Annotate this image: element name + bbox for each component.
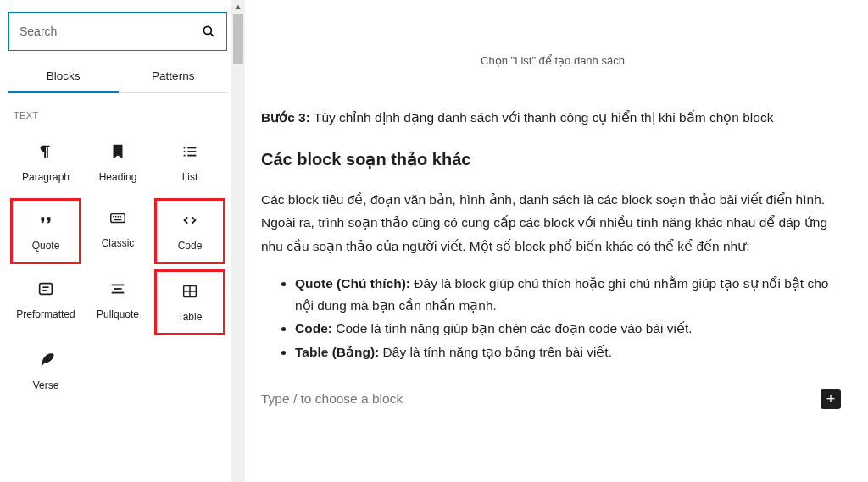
block-grid: Paragraph Heading List Quote Classic	[8, 132, 228, 402]
block-list[interactable]: List	[154, 132, 225, 193]
block-label: Quote	[32, 240, 60, 252]
step-3-paragraph[interactable]: Bước 3: Tùy chỉnh định dạng danh sách vớ…	[261, 108, 844, 127]
list-item-label: Code:	[295, 321, 332, 335]
block-classic[interactable]: Classic	[82, 198, 153, 264]
code-icon	[181, 209, 199, 231]
block-preformatted[interactable]: Preformatted	[10, 269, 81, 335]
block-label: Paragraph	[22, 171, 70, 183]
block-heading[interactable]: Heading	[82, 132, 153, 193]
block-pullquote[interactable]: Pullquote	[82, 269, 153, 335]
block-paragraph[interactable]: Paragraph	[10, 132, 81, 193]
block-code[interactable]: Code	[154, 198, 225, 264]
list-item-label: Table (Bảng):	[295, 345, 379, 359]
editor-content: Chọn "List" để tạo danh sách Bước 3: Tùy…	[237, 0, 868, 482]
svg-line-1	[210, 33, 214, 36]
quote-icon	[36, 209, 55, 231]
block-inserter-panel: Blocks Patterns TEXT Paragraph Heading L…	[0, 0, 237, 482]
search-icon	[201, 24, 216, 39]
table-icon	[181, 280, 199, 302]
list-item[interactable]: Code: Code là tính năng giúp bạn chèn cá…	[295, 318, 844, 340]
new-block-placeholder[interactable]: Type / to choose a block +	[261, 389, 844, 409]
block-label: Table	[178, 311, 203, 323]
block-label: Pullquote	[97, 308, 139, 320]
list-item-text: Code là tính năng giúp bạn chèn các đoạn…	[332, 321, 693, 335]
block-label: Heading	[99, 171, 137, 183]
step-label: Bước 3:	[261, 110, 310, 125]
block-verse[interactable]: Verse	[10, 341, 81, 402]
list-item[interactable]: Quote (Chú thích): Đây là block giúp chú…	[295, 273, 844, 318]
list-icon	[181, 141, 199, 163]
section-label-text: TEXT	[8, 107, 228, 132]
feather-icon	[36, 349, 55, 371]
inserter-tabs: Blocks Patterns	[8, 61, 228, 93]
svg-rect-14	[40, 284, 53, 295]
block-label: Preformatted	[16, 308, 75, 320]
add-block-button[interactable]: +	[821, 389, 841, 409]
keyboard-icon	[108, 207, 127, 229]
block-description-list[interactable]: Quote (Chú thích): Đây là block giúp chú…	[261, 273, 844, 363]
list-item-label: Quote (Chú thích):	[295, 276, 410, 291]
search-field-wrapper[interactable]	[8, 12, 227, 51]
intro-paragraph[interactable]: Các block tiêu đề, đoạn văn bản, hình ản…	[261, 188, 844, 257]
block-quote[interactable]: Quote	[10, 198, 81, 264]
preformatted-icon	[36, 278, 55, 300]
list-item[interactable]: Table (Bảng): Đây là tính năng tạo bảng …	[295, 341, 844, 363]
block-label: List	[182, 171, 198, 183]
placeholder-text: Type / to choose a block	[261, 391, 403, 407]
svg-rect-8	[111, 213, 125, 222]
bookmark-icon	[108, 141, 127, 163]
svg-point-0	[203, 26, 211, 34]
image-caption[interactable]: Chọn "List" để tạo danh sách	[261, 54, 844, 67]
block-label: Verse	[33, 380, 59, 391]
list-item-text: Đây là tính năng tạo bảng trên bài viết.	[379, 345, 612, 359]
plus-icon: +	[826, 391, 836, 407]
tab-patterns[interactable]: Patterns	[119, 61, 229, 92]
block-table[interactable]: Table	[154, 269, 225, 335]
tab-blocks[interactable]: Blocks	[8, 61, 119, 92]
pullquote-icon	[108, 278, 127, 300]
block-label: Classic	[102, 237, 135, 249]
heading-other-blocks[interactable]: Các block soạn thảo khác	[261, 149, 844, 169]
block-label: Code	[178, 240, 203, 252]
search-input[interactable]	[19, 25, 201, 38]
paragraph-icon	[36, 141, 55, 163]
step-text: Tùy chỉnh định dạng danh sách với thanh …	[310, 110, 774, 125]
